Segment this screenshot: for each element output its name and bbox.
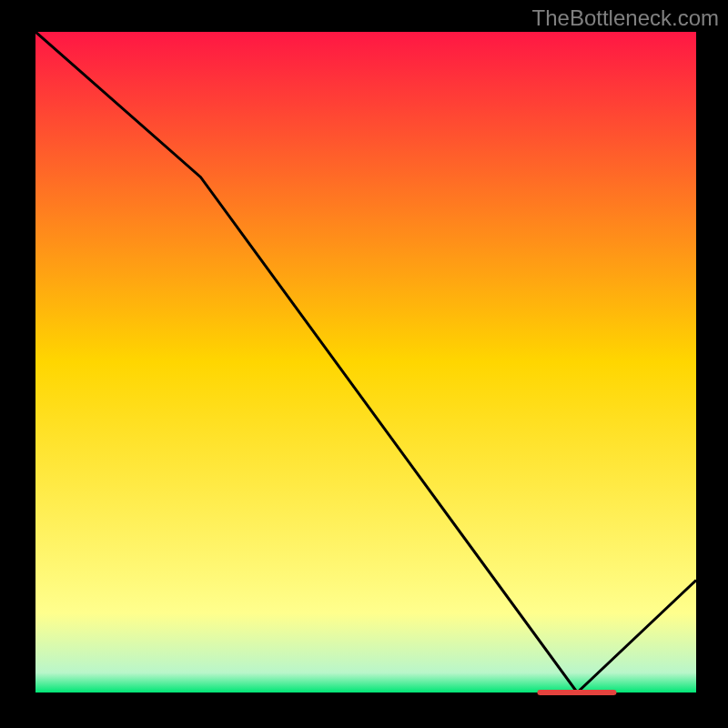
data-line	[35, 32, 696, 693]
attribution-text: TheBottleneck.com	[532, 5, 719, 31]
plot-area	[32, 32, 696, 696]
chart-container: TheBottleneck.com	[0, 0, 728, 728]
optimal-marker	[538, 690, 617, 695]
